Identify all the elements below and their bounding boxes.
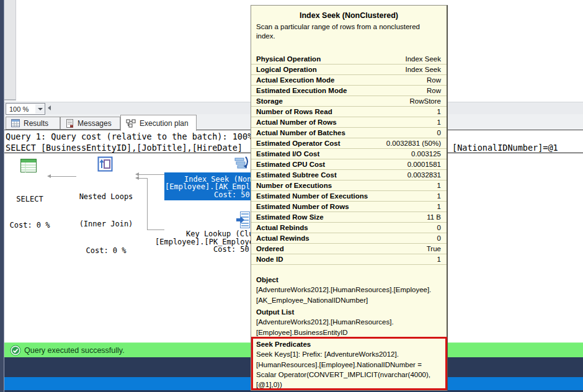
property-label: Ordered (256, 245, 284, 252)
editor-gutter (4, 0, 16, 100)
tooltip-property-row: Actual Execution Mode Row (251, 75, 447, 86)
tab-results[interactable]: Results (6, 117, 60, 130)
results-grid-icon (11, 119, 20, 127)
property-label: Estimated Subtree Cost (256, 171, 337, 179)
section-line: [Employee].BusinessEntityID (256, 327, 442, 337)
ssms-window: 100 % Results Messages (0, 0, 583, 392)
tooltip-property-row: Ordered True (251, 244, 447, 254)
tooltip-property-row: Node ID 1 (251, 254, 447, 265)
property-label: Estimated Execution Mode (256, 87, 347, 94)
plan-query-text: SELECT [BusinessEntityID],[JobTitle],[Hi… (6, 143, 243, 153)
property-label: Node ID (256, 256, 283, 263)
property-label: Actual Number of Batches (256, 129, 345, 136)
property-value: 0 (437, 129, 441, 136)
chevron-down-icon[interactable] (35, 104, 45, 114)
tooltip-property-row: Logical Operation Index Seek (251, 65, 447, 75)
property-value: 0.003125 (411, 150, 441, 158)
property-value: 1 (437, 256, 441, 263)
property-value: True (427, 245, 441, 252)
section-heading: Object (256, 275, 442, 285)
operator-tooltip: Index Seek (NonClustered) Scan a particu… (251, 5, 448, 391)
seek-predicates-highlight (251, 337, 447, 390)
zoom-value: 100 % (6, 105, 35, 113)
tooltip-property-row: Actual Number of Batches 0 (251, 128, 447, 138)
nested-loops-label[interactable]: Nested Loops (Inner Join) Cost: 0 % (76, 174, 136, 274)
property-value: Index Seek (405, 55, 441, 63)
tooltip-property-row: Actual Rewinds 0 (251, 233, 447, 244)
tooltip-description: Scan a particular range of rows from a n… (256, 22, 440, 41)
tooltip-property-row: Estimated Number of Executions 1 (251, 191, 447, 202)
success-check-icon (10, 345, 21, 356)
property-value: 0.0032831 (50%) (386, 140, 441, 147)
tooltip-property-row: Estimated Row Size 11 B (251, 212, 447, 223)
property-label: Actual Rebinds (256, 224, 308, 231)
execution-plan-icon (126, 119, 136, 128)
tooltip-property-row: Estimated Subtree Cost 0.0032831 (251, 170, 447, 180)
property-label: Estimated Number of Rows (256, 203, 349, 210)
tooltip-property-row: Storage RowStore (251, 96, 447, 107)
tooltip-property-row: Number of Executions 1 (251, 180, 447, 191)
property-value: 11 B (427, 213, 441, 221)
property-label: Number of Executions (256, 182, 332, 189)
property-label: Physical Operation (256, 55, 321, 63)
property-label: Actual Number of Rows (256, 118, 337, 126)
property-value: 1 (437, 182, 441, 189)
plan-query-header: Query 1: Query cost (relative to the bat… (6, 131, 252, 141)
plan-connector (147, 229, 164, 230)
tooltip-properties: Physical Operation Index Seek Logical Op… (251, 54, 447, 265)
section-line: [AdventureWorks2012].[HumanResources]. (256, 317, 442, 327)
plan-query-text-right: [NationalIDNumber]=@1 (452, 143, 558, 153)
window-left-edge (0, 0, 4, 392)
property-label: Actual Execution Mode (256, 76, 335, 84)
tooltip-property-row: Physical Operation Index Seek (251, 54, 447, 65)
property-value: Row (427, 87, 441, 94)
tooltip-output-list-section: Output List [AdventureWorks2012].[HumanR… (256, 307, 442, 337)
select-node-label[interactable]: SELECT Cost: 0 % (7, 177, 52, 247)
tooltip-property-row: Estimated I/O Cost 0.003125 (251, 149, 447, 159)
property-value: 1 (437, 108, 441, 115)
tab-execution-plan[interactable]: Execution plan (120, 115, 197, 131)
property-label: Estimated Row Size (256, 213, 324, 221)
property-value: 1 (437, 118, 441, 126)
property-label: Estimated CPU Cost (256, 161, 325, 168)
nested-loops-icon[interactable] (97, 156, 113, 172)
tab-label: Execution plan (140, 119, 189, 128)
status-message: Query executed successfully. (24, 346, 125, 355)
property-value: 0 (437, 224, 441, 231)
property-label: Logical Operation (256, 66, 317, 73)
messages-icon (66, 119, 74, 128)
property-label: Storage (256, 97, 283, 105)
scroll-left-icon[interactable] (48, 105, 51, 110)
property-value: RowStore (410, 97, 442, 105)
tooltip-property-row: Actual Rebinds 0 (251, 223, 447, 233)
property-label: Number of Rows Read (256, 108, 332, 115)
property-label: Estimated Operator Cost (256, 140, 340, 147)
select-node-icon[interactable] (20, 159, 37, 172)
property-label: Actual Rewinds (256, 234, 309, 242)
tooltip-property-row: Number of Rows Read 1 (251, 107, 447, 117)
property-label: Estimated I/O Cost (256, 150, 319, 158)
section-line: [AK_Employee_NationalIDNumber] (256, 295, 442, 305)
property-value: 1 (437, 203, 441, 210)
tooltip-property-row: Estimated CPU Cost 0.0001581 (251, 159, 447, 170)
property-value: 1 (437, 192, 441, 200)
key-lookup-icon[interactable] (236, 212, 250, 228)
tab-messages[interactable]: Messages (60, 117, 120, 130)
property-value: Row (427, 76, 441, 84)
property-value: 0.0001581 (407, 161, 441, 168)
property-value: 0.0032831 (407, 171, 441, 179)
tooltip-title: Index Seek (NonClustered) (251, 11, 447, 20)
property-value: 0 (437, 234, 441, 242)
tab-label: Results (24, 119, 48, 128)
plan-connector (139, 174, 165, 175)
section-heading: Output List (256, 307, 442, 317)
zoom-select[interactable]: 100 % (6, 103, 45, 115)
tooltip-property-row: Estimated Number of Rows 1 (251, 202, 447, 212)
tooltip-property-row: Estimated Execution Mode Row (251, 86, 447, 96)
property-value: Index Seek (405, 66, 441, 73)
tab-label: Messages (78, 119, 112, 128)
index-seek-icon[interactable] (234, 156, 251, 172)
plan-connector (51, 176, 76, 177)
tooltip-object-section: Object [AdventureWorks2012].[HumanResour… (256, 275, 442, 305)
property-label: Estimated Number of Executions (256, 192, 368, 200)
